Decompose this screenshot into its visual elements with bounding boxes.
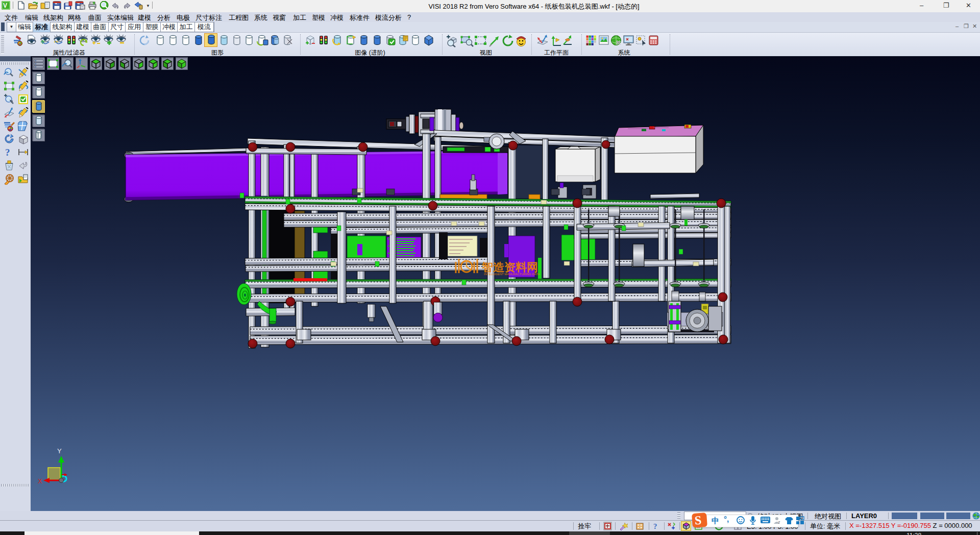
svg-text:?: ? <box>5 147 10 158</box>
svg-text:7: 7 <box>778 520 780 525</box>
svg-text:智造资料网: 智造资料网 <box>481 261 538 274</box>
svg-text:INTELLIGENT MANUFACTURING DATA: INTELLIGENT MANUFACTURING DATA <box>484 273 540 276</box>
svg-text:X: X <box>38 477 42 485</box>
svg-text:?: ? <box>653 522 657 530</box>
svg-text:Y: Y <box>57 447 62 455</box>
